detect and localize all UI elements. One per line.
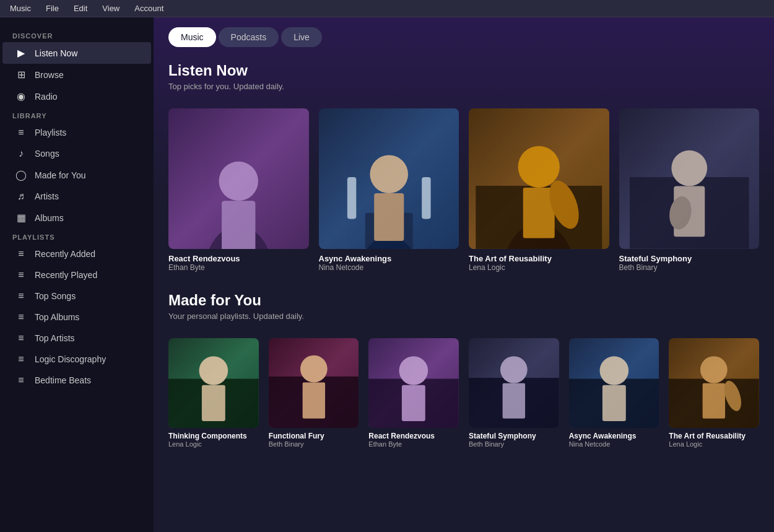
sidebar: Discover ▶ Listen Now ⊞ Browse ◉ Radio L… bbox=[0, 17, 154, 532]
made-for-you-card-artist-1: Beth Binary bbox=[269, 440, 359, 448]
browse-icon: ⊞ bbox=[15, 69, 27, 81]
svg-rect-6 bbox=[374, 193, 404, 241]
listen-now-card-artist-3: Beth Binary bbox=[619, 263, 760, 272]
made-for-you-card-title-1: Functional Fury bbox=[269, 432, 359, 440]
made-for-you-card-img-4 bbox=[569, 338, 659, 429]
made-for-you-card-4[interactable]: Async Awakenings Nina Netcode bbox=[569, 338, 659, 448]
sidebar-item-logic-discography[interactable]: ≡ Logic Discography bbox=[2, 349, 151, 370]
made-for-you-card-5[interactable]: The Art of Reusability Lena Logic bbox=[669, 338, 759, 448]
menu-edit[interactable]: Edit bbox=[74, 4, 87, 13]
sidebar-item-radio[interactable]: ◉ Radio bbox=[2, 85, 151, 107]
sidebar-recently-played-label: Recently Played bbox=[35, 270, 97, 280]
recently-played-icon: ≡ bbox=[15, 269, 27, 281]
svg-point-5 bbox=[370, 155, 408, 193]
svg-point-31 bbox=[599, 356, 628, 385]
play-icon: ▶ bbox=[15, 47, 27, 59]
listen-now-card-2[interactable]: The Art of Reusability Lena Logic bbox=[469, 108, 609, 272]
made-for-you-card-title-5: The Art of Reusability bbox=[669, 432, 759, 440]
menu-view[interactable]: View bbox=[102, 4, 120, 13]
bedtime-beats-icon: ≡ bbox=[15, 375, 27, 386]
listen-now-card-artist-0: Ethan Byte bbox=[168, 263, 309, 272]
tab-bar: Music Podcasts Live bbox=[154, 17, 774, 47]
sidebar-item-top-artists[interactable]: ≡ Top Artists bbox=[2, 328, 151, 349]
listen-now-title: Listen Now bbox=[168, 62, 759, 79]
svg-point-15 bbox=[671, 150, 707, 186]
sidebar-recently-added-label: Recently Added bbox=[35, 249, 95, 259]
made-for-you-card-artist-3: Beth Binary bbox=[469, 440, 559, 448]
svg-rect-2 bbox=[222, 201, 255, 248]
sidebar-item-recently-added[interactable]: ≡ Recently Added bbox=[2, 243, 151, 264]
listen-now-card-3[interactable]: Stateful Symphony Beth Binary bbox=[619, 108, 760, 272]
top-songs-icon: ≡ bbox=[15, 290, 27, 302]
sidebar-item-listen-now[interactable]: ▶ Listen Now bbox=[2, 42, 151, 64]
sidebar-item-browse[interactable]: ⊞ Browse bbox=[2, 64, 151, 85]
menu-account[interactable]: Account bbox=[134, 4, 163, 13]
made-for-you-card-img-0 bbox=[168, 338, 259, 429]
artists-icon: ♬ bbox=[15, 191, 27, 202]
made-for-you-card-3[interactable]: Stateful Symphony Beth Binary bbox=[469, 338, 559, 448]
sidebar-made-for-you-label: Made for You bbox=[35, 170, 86, 180]
sidebar-item-playlists[interactable]: ≡ Playlists bbox=[2, 122, 151, 143]
made-for-you-card-title-4: Async Awakenings bbox=[569, 432, 659, 440]
listen-now-card-img-2 bbox=[469, 108, 609, 249]
sidebar-item-artists[interactable]: ♬ Artists bbox=[2, 186, 151, 207]
top-artists-icon: ≡ bbox=[15, 333, 27, 344]
svg-rect-8 bbox=[422, 177, 430, 219]
listen-now-card-artist-1: Nina Netcode bbox=[319, 263, 459, 272]
sidebar-top-songs-label: Top Songs bbox=[35, 291, 76, 301]
playlists-icon: ≡ bbox=[15, 127, 27, 138]
listen-now-card-img-0 bbox=[168, 108, 309, 249]
sidebar-item-songs[interactable]: ♪ Songs bbox=[2, 143, 151, 164]
content-area: Music Podcasts Live Listen Now Top picks… bbox=[154, 17, 774, 532]
listen-now-card-title-2: The Art of Reusability bbox=[469, 254, 609, 263]
sidebar-item-bedtime-beats[interactable]: ≡ Bedtime Beats bbox=[2, 370, 151, 391]
svg-rect-35 bbox=[703, 383, 725, 418]
menu-file[interactable]: File bbox=[46, 4, 59, 13]
listen-now-card-artist-2: Lena Logic bbox=[469, 263, 609, 272]
svg-rect-29 bbox=[503, 383, 525, 418]
svg-rect-7 bbox=[347, 177, 355, 219]
made-for-you-card-0[interactable]: Thinking Components Lena Logic bbox=[168, 338, 259, 448]
menu-music[interactable]: Music bbox=[10, 4, 31, 13]
listen-now-card-0[interactable]: React Rendezvous Ethan Byte bbox=[168, 108, 309, 272]
svg-point-34 bbox=[700, 356, 728, 383]
sidebar-top-albums-label: Top Albums bbox=[35, 312, 79, 322]
made-for-you-card-2[interactable]: React Rendezvous Ethan Byte bbox=[368, 338, 459, 448]
tab-music[interactable]: Music bbox=[168, 27, 216, 47]
sidebar-item-albums[interactable]: ▦ Albums bbox=[2, 207, 151, 229]
svg-rect-20 bbox=[202, 385, 225, 421]
sidebar-browse-label: Browse bbox=[35, 70, 64, 80]
made-for-you-card-1[interactable]: Functional Fury Beth Binary bbox=[269, 338, 359, 448]
made-for-you-card-img-2 bbox=[368, 338, 459, 429]
svg-point-28 bbox=[500, 356, 528, 383]
listen-now-card-title-0: React Rendezvous bbox=[168, 254, 309, 263]
made-for-you-section: Made for You Your personal playlists. Up… bbox=[154, 277, 774, 338]
sidebar-bedtime-beats-label: Bedtime Beats bbox=[35, 375, 91, 385]
svg-point-19 bbox=[199, 356, 228, 385]
sidebar-listen-now-label: Listen Now bbox=[35, 48, 77, 58]
made-for-you-card-artist-4: Nina Netcode bbox=[569, 440, 659, 448]
albums-icon: ▦ bbox=[15, 212, 27, 224]
listen-now-card-1[interactable]: Async Awakenings Nina Netcode bbox=[319, 108, 459, 272]
listen-now-card-title-1: Async Awakenings bbox=[319, 254, 459, 263]
sidebar-item-top-songs[interactable]: ≡ Top Songs bbox=[2, 286, 151, 307]
made-for-you-card-title-3: Stateful Symphony bbox=[469, 432, 559, 440]
listen-now-card-img-1 bbox=[319, 108, 459, 249]
listen-now-card-img-3 bbox=[619, 108, 760, 249]
tab-live[interactable]: Live bbox=[281, 27, 322, 47]
listen-now-subtitle: Top picks for you. Updated daily. bbox=[168, 82, 759, 91]
made-for-you-card-artist-5: Lena Logic bbox=[669, 440, 759, 448]
recently-added-icon: ≡ bbox=[15, 248, 27, 259]
made-for-you-icon: ◯ bbox=[15, 169, 27, 181]
sidebar-item-made-for-you[interactable]: ◯ Made for You bbox=[2, 164, 151, 186]
listen-now-cards: React Rendezvous Ethan Byte bbox=[154, 108, 774, 277]
tab-podcasts[interactable]: Podcasts bbox=[219, 27, 279, 47]
svg-point-22 bbox=[300, 355, 328, 382]
sidebar-playlists-label: Playlists bbox=[35, 128, 66, 137]
sidebar-item-recently-played[interactable]: ≡ Recently Played bbox=[2, 264, 151, 286]
svg-point-1 bbox=[219, 162, 258, 201]
made-for-you-subtitle: Your personal playlists. Updated daily. bbox=[168, 312, 759, 321]
sidebar-item-top-albums[interactable]: ≡ Top Albums bbox=[2, 307, 151, 328]
main-layout: Discover ▶ Listen Now ⊞ Browse ◉ Radio L… bbox=[0, 17, 774, 532]
playlists-section-title: Playlists bbox=[0, 229, 154, 243]
